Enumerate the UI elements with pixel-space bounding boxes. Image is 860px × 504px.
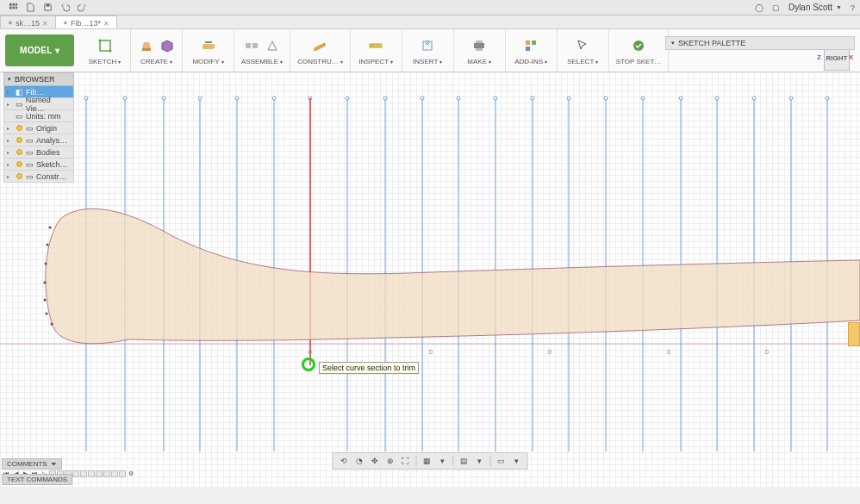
- chevron-down-icon: ▾: [595, 59, 598, 65]
- toolgroup-label: ADD-INS: [514, 58, 543, 65]
- grid-apps-icon[interactable]: [5, 2, 21, 14]
- sketch-palette[interactable]: ▾SKETCH PALETTE: [665, 36, 855, 50]
- svg-point-52: [421, 96, 424, 100]
- browser-item[interactable]: ▸▭Analys…: [3, 134, 74, 146]
- svg-rect-1: [12, 3, 15, 6]
- browser-header[interactable]: ▾BROWSER: [3, 72, 74, 86]
- help-icon[interactable]: ?: [851, 3, 855, 12]
- browser-item[interactable]: ▸▭Origin: [3, 122, 74, 134]
- folder-icon: ▭: [16, 100, 23, 108]
- file-icon[interactable]: [22, 2, 38, 14]
- svg-rect-12: [252, 43, 258, 48]
- display-icon[interactable]: ▦: [421, 455, 434, 467]
- svg-rect-3: [9, 7, 11, 9]
- svg-point-62: [789, 96, 793, 100]
- job-status-icon[interactable]: ▢: [772, 3, 780, 12]
- look-icon[interactable]: ◔: [352, 455, 366, 467]
- browser-item[interactable]: ▸▭Constr…: [3, 171, 74, 183]
- svg-point-68: [44, 282, 47, 284]
- section-handle[interactable]: [848, 322, 860, 346]
- folder-icon: ▭: [26, 124, 34, 132]
- svg-point-66: [47, 244, 49, 246]
- tool-group-sketch[interactable]: SKETCH▾: [79, 29, 131, 72]
- tool-group-addins[interactable]: ADD-INS▾: [506, 29, 558, 72]
- doc-tab[interactable]: ✕ sk…15 ✕: [0, 16, 56, 28]
- sketch-canvas[interactable]: 0 0 0 0 0: [0, 72, 860, 487]
- collapse-icon: ▾: [8, 76, 11, 83]
- timeline-feature[interactable]: [88, 470, 95, 477]
- svg-point-67: [45, 263, 47, 265]
- browser-item[interactable]: ▸▭Named Vie…: [3, 98, 74, 110]
- chevron-down-icon[interactable]: ▼: [836, 4, 842, 10]
- redo-icon[interactable]: [74, 2, 90, 14]
- orbit-icon[interactable]: ⟲: [337, 455, 351, 467]
- tool-group-make[interactable]: MAKE▾: [454, 29, 506, 72]
- toolgroup-label: CONSTRU…: [297, 58, 339, 65]
- cursor-indicator: [302, 358, 315, 371]
- toolgroup-label: MODIFY: [192, 58, 219, 65]
- svg-point-55: [531, 96, 534, 100]
- chevron-down-icon[interactable]: ▾: [510, 455, 524, 467]
- canvas-area[interactable]: ▾SKETCH PALETTE Y X Z RIGHT ▾BROWSER ▸◧F…: [0, 72, 860, 487]
- timeline-feature[interactable]: [96, 470, 103, 477]
- chevron-down-icon[interactable]: ▾: [436, 455, 450, 467]
- timeline-feature[interactable]: [80, 470, 87, 477]
- svg-point-56: [567, 96, 570, 100]
- doc-tab-label: Fib…13*: [71, 19, 101, 28]
- doc-tab[interactable]: ✕ Fib…13* ✕: [55, 16, 117, 28]
- chevron-down-icon: ▾: [280, 59, 283, 65]
- units-icon: ▭: [16, 112, 23, 120]
- notify-icon[interactable]: ◯: [755, 3, 763, 12]
- sketch-icon: [97, 38, 113, 53]
- browser-item[interactable]: ▸▭Sketch…: [3, 159, 74, 171]
- pan-icon[interactable]: ✥: [368, 455, 382, 467]
- axis-z-label: Z: [817, 53, 821, 61]
- tool-group-create[interactable]: CREATE▾: [131, 29, 183, 72]
- svg-point-54: [494, 96, 497, 100]
- viewport-icon[interactable]: ▭: [495, 455, 508, 467]
- zoom-icon[interactable]: ⊕: [383, 455, 397, 467]
- document-tabs: ✕ sk…15 ✕ ✕ Fib…13* ✕: [0, 16, 860, 29]
- bulb-icon: [16, 148, 23, 156]
- timeline-settings-icon[interactable]: ⚙: [127, 470, 135, 478]
- close-icon[interactable]: ✕: [42, 20, 48, 28]
- pressroll-icon: [201, 38, 216, 53]
- text-commands-bar[interactable]: TEXT COMMANDS: [2, 474, 72, 485]
- folder-icon: ▭: [26, 136, 34, 144]
- timeline-feature[interactable]: [119, 470, 126, 477]
- tool-group-select[interactable]: SELECT▾: [558, 29, 609, 72]
- tool-group-modify[interactable]: MODIFY▾: [183, 29, 234, 72]
- chevron-down-icon[interactable]: ▾: [473, 455, 487, 467]
- tool-group-stopsketch[interactable]: STOP SKET…: [609, 29, 670, 72]
- svg-rect-6: [46, 4, 49, 7]
- box-icon: [159, 38, 175, 53]
- user-name[interactable]: Dylan Scott: [788, 3, 832, 12]
- tool-group-inspect[interactable]: INSPECT▾: [351, 29, 402, 72]
- tool-group-insert[interactable]: INSERT▾: [402, 29, 454, 72]
- tool-group-assemble[interactable]: ASSEMBLE▾: [234, 29, 290, 72]
- svg-point-63: [826, 96, 829, 100]
- comments-label: COMMENTS: [7, 460, 47, 468]
- workspace-switcher[interactable]: MODEL ▾: [5, 34, 74, 66]
- svg-rect-19: [532, 40, 536, 45]
- toolgroup-label: INSPECT: [358, 58, 389, 65]
- tool-group-construct[interactable]: CONSTRU…▾: [290, 29, 351, 72]
- extrude-icon: [139, 38, 154, 53]
- stop-sketch-icon: [631, 38, 646, 53]
- undo-icon[interactable]: [57, 2, 72, 14]
- browser-item[interactable]: ▸▭Bodies: [3, 146, 74, 159]
- svg-point-61: [752, 96, 756, 100]
- save-icon[interactable]: [40, 2, 55, 14]
- close-icon[interactable]: ✕: [103, 20, 109, 28]
- svg-point-46: [198, 96, 202, 100]
- svg-rect-11: [246, 43, 251, 48]
- svg-point-8: [98, 40, 101, 42]
- svg-rect-20: [526, 47, 530, 51]
- timeline-feature[interactable]: [111, 470, 118, 477]
- svg-point-45: [162, 96, 165, 100]
- timeline-feature[interactable]: [72, 470, 79, 477]
- fit-icon[interactable]: ⛶: [399, 455, 413, 467]
- timeline-feature[interactable]: [103, 470, 110, 477]
- grid-settings-icon[interactable]: ▤: [458, 455, 471, 467]
- expand-icon[interactable]: ⏷: [51, 461, 57, 467]
